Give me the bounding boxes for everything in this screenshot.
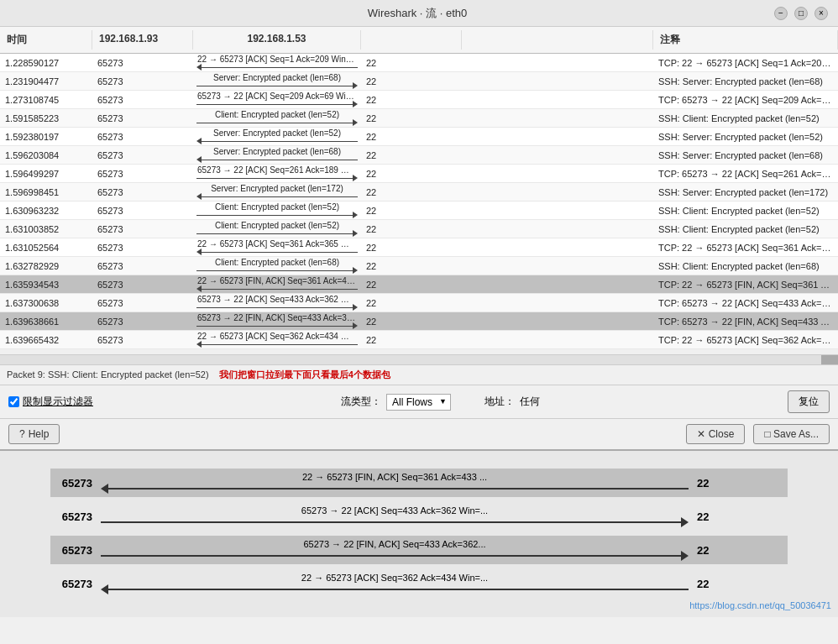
- preview-row[interactable]: 6527365273 → 22 [ACK] Seq=433 Ack=362 Wi…: [50, 502, 788, 531]
- window-title: Wireshark · 流 · eth0: [60, 6, 774, 21]
- scrollbar[interactable]: [0, 354, 838, 364]
- cell-comment: SSH: Client: Encrypted packet (len=52): [653, 204, 838, 217]
- table-row[interactable]: 1.6373006386527365273 → 22 [ACK] Seq=433…: [0, 294, 838, 312]
- preview-flow-label: 65273 → 22 [FIN, ACK] Seq=433 Ack=362...: [109, 539, 680, 549]
- cell-time: 1.639665432: [0, 333, 92, 347]
- table-row[interactable]: 1.63100385265273Client: Encrypted packet…: [0, 220, 838, 238]
- cell-time: 1.596203084: [0, 149, 92, 162]
- cell-empty: [462, 135, 653, 139]
- cell-flow: 65273 → 22 [ACK] Seq=209 Ack=69 Win=8...: [193, 91, 361, 108]
- close-window-button[interactable]: ×: [814, 7, 828, 20]
- col-time: 时间: [0, 30, 92, 50]
- cell-comment: TCP: 65273 → 22 [ACK] Seq=209 Ack=69 Win…: [653, 93, 838, 107]
- cell-dst-port: 22: [361, 56, 462, 70]
- table-row[interactable]: 1.6396386616527365273 → 22 [FIN, ACK] Se…: [0, 312, 838, 331]
- cell-flow: 22 → 65273 [ACK] Seq=361 Ack=365 Win=...: [193, 238, 361, 256]
- cell-dst-port: 22: [361, 278, 462, 291]
- save-button[interactable]: □ Save As...: [753, 424, 830, 444]
- close-button[interactable]: ✕ Close: [686, 424, 745, 444]
- flow-label: Client: Encrypted packet (len=52): [215, 202, 339, 212]
- address-value: 任何: [520, 395, 540, 409]
- cell-src-port: 65273: [92, 167, 193, 181]
- col-flow: 192.168.1.53: [193, 30, 361, 50]
- cell-src-port: 65273: [92, 56, 193, 70]
- cell-empty: [462, 301, 653, 305]
- minimize-button[interactable]: −: [774, 7, 788, 20]
- cell-dst-port: 22: [361, 75, 462, 88]
- table-header: 时间 192.168.1.93 192.168.1.53 注释: [0, 27, 838, 54]
- flow-type-select[interactable]: All Flows TCP UDP: [386, 394, 451, 411]
- cell-dst-port: 22: [361, 93, 462, 107]
- cell-comment: SSH: Client: Encrypted packet (len=52): [653, 223, 838, 236]
- cell-src-port: 65273: [92, 149, 193, 162]
- scrollbar-thumb[interactable]: [821, 355, 838, 364]
- filter-checkbox[interactable]: [8, 396, 19, 407]
- preview-row[interactable]: 6527322 → 65273 [FIN, ACK] Seq=361 Ack=4…: [50, 469, 788, 497]
- table-row[interactable]: 1.5964992976527365273 → 22 [ACK] Seq=261…: [0, 165, 838, 183]
- address-section: 地址： 任何: [484, 395, 540, 409]
- cell-dst-port: 22: [361, 186, 462, 199]
- table-row[interactable]: 1.59620308465273Server: Encrypted packet…: [0, 146, 838, 165]
- cell-comment: TCP: 65273 → 22 [FIN, ACK] Seq=433 Ack=3…: [653, 315, 838, 328]
- preview-row[interactable]: 6527365273 → 22 [FIN, ACK] Seq=433 Ack=3…: [50, 536, 788, 564]
- table-row[interactable]: 1.63278292965273Client: Encrypted packet…: [0, 257, 838, 275]
- col-comment: 注释: [653, 30, 838, 50]
- cell-dst-port: 22: [361, 149, 462, 162]
- cell-flow: 22 → 65273 [FIN, ACK] Seq=361 Ack=433 ..…: [193, 275, 361, 293]
- cell-flow: 65273 → 22 [FIN, ACK] Seq=433 Ack=362...: [193, 312, 361, 330]
- preview-flow-container: 22 → 65273 [FIN, ACK] Seq=361 Ack=433 ..…: [101, 472, 689, 494]
- help-icon: ?: [19, 428, 25, 440]
- preview-right-port: 22: [689, 578, 739, 590]
- preview-arrow: [101, 517, 689, 527]
- cell-time: 1.592380197: [0, 130, 92, 144]
- reset-button[interactable]: 复位: [788, 390, 830, 413]
- col-dst: [361, 30, 462, 50]
- cell-flow: Client: Encrypted packet (len=68): [193, 257, 361, 275]
- table-row[interactable]: 1.2285901276527322 → 65273 [ACK] Seq=1 A…: [0, 54, 838, 72]
- flow-label: 22 → 65273 [ACK] Seq=362 Ack=434 Win=...: [197, 332, 357, 341]
- table-row[interactable]: 1.59238019765273Server: Encrypted packet…: [0, 128, 838, 146]
- cell-comment: SSH: Server: Encrypted packet (len=52): [653, 130, 838, 144]
- table-row[interactable]: 1.59158522365273Client: Encrypted packet…: [0, 109, 838, 128]
- maximize-button[interactable]: □: [794, 7, 808, 20]
- preview-row[interactable]: 6527322 → 65273 [ACK] Seq=362 Ack=434 Wi…: [50, 569, 788, 598]
- preview-right-port: 22: [689, 477, 739, 490]
- flow-label: 65273 → 22 [FIN, ACK] Seq=433 Ack=362...: [197, 313, 357, 322]
- cell-empty: [462, 338, 653, 342]
- cell-time: 1.231904477: [0, 75, 92, 88]
- cell-time: 1.596499297: [0, 167, 92, 181]
- flow-label: Server: Encrypted packet (len=172): [211, 184, 343, 193]
- watermark: https://blog.csdn.net/qq_50036471: [689, 600, 831, 610]
- controls-bar: 限制显示过滤器 流类型： All Flows TCP UDP 地址： 任何 复位: [0, 385, 838, 418]
- cell-empty: [462, 98, 653, 102]
- cell-dst-port: 22: [361, 112, 462, 125]
- table-body[interactable]: 1.2285901276527322 → 65273 [ACK] Seq=1 A…: [0, 54, 838, 354]
- preview-flow-label: 22 → 65273 [ACK] Seq=362 Ack=434 Win=...: [109, 573, 680, 583]
- cell-dst-port: 22: [361, 167, 462, 181]
- preview-arrow: [101, 551, 689, 561]
- cell-dst-port: 22: [361, 333, 462, 347]
- titlebar: Wireshark · 流 · eth0 − □ ×: [0, 0, 838, 27]
- table-row[interactable]: 1.6359345436527322 → 65273 [FIN, ACK] Se…: [0, 275, 838, 294]
- cell-comment: TCP: 22 → 65273 [ACK] Seq=362 Ack=434 Wi…: [653, 333, 838, 347]
- cell-src-port: 65273: [92, 75, 193, 88]
- help-label: Help: [29, 428, 50, 440]
- table-row[interactable]: 1.63096323265273Client: Encrypted packet…: [0, 202, 838, 220]
- reset-section: 复位: [788, 390, 830, 413]
- table-row[interactable]: 1.23190447765273Server: Encrypted packet…: [0, 72, 838, 91]
- cell-flow: Client: Encrypted packet (len=52): [193, 202, 361, 219]
- cell-time: 1.632782929: [0, 259, 92, 273]
- cell-comment: TCP: 22 → 65273 [ACK] Seq=1 Ack=209 Win=…: [653, 56, 838, 70]
- flow-type-select-wrapper[interactable]: All Flows TCP UDP: [386, 394, 451, 411]
- cell-comment: SSH: Client: Encrypted packet (len=52): [653, 112, 838, 125]
- table-row[interactable]: 1.59699845165273Server: Encrypted packet…: [0, 183, 838, 202]
- table-row[interactable]: 1.2731087456527365273 → 22 [ACK] Seq=209…: [0, 91, 838, 109]
- filter-checkbox-label[interactable]: 限制显示过滤器: [8, 395, 93, 409]
- preview-left-port: 65273: [50, 477, 101, 490]
- cell-time: 1.596998451: [0, 186, 92, 199]
- help-button[interactable]: ? Help: [8, 424, 60, 444]
- cell-dst-port: 22: [361, 241, 462, 254]
- table-row[interactable]: 1.6310525646527322 → 65273 [ACK] Seq=361…: [0, 238, 838, 257]
- table-row[interactable]: 1.6396654326527322 → 65273 [ACK] Seq=362…: [0, 331, 838, 349]
- preview-left-port: 65273: [50, 544, 101, 557]
